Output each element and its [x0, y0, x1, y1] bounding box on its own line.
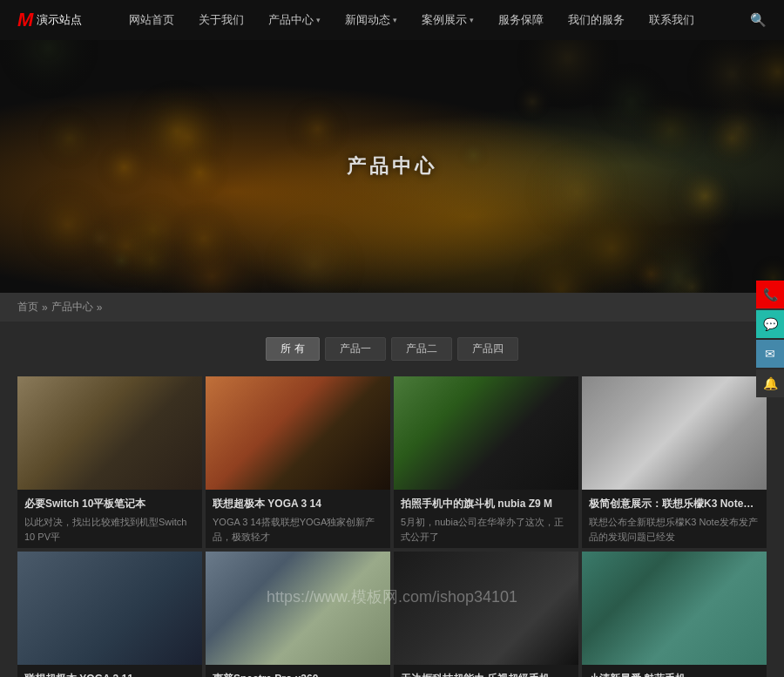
product-card-6[interactable]: 无边框科技超能力 乐视超级手机乐视超级手机10是搭载超能力的Meto X30高性… [394, 552, 578, 677]
filter-tabs: 所 有产品一产品二产品四 [0, 322, 784, 373]
product-image-1 [206, 376, 390, 490]
nav-item-产品中心[interactable]: 产品中心▾ [256, 0, 333, 40]
product-img-bg-6 [394, 552, 578, 665]
side-buttons: 📞💬✉🔔 [756, 281, 784, 397]
filter-tab-1[interactable]: 产品一 [325, 337, 386, 361]
product-image-6 [394, 552, 578, 665]
nav-item-服务保障[interactable]: 服务保障 [486, 0, 556, 40]
side-button-message[interactable]: ✉ [756, 340, 784, 368]
product-img-bg-1 [206, 376, 390, 490]
product-info-5: 惠普Spectre Pro x360估计99MVC 2015届止，代表流渐渐清楚… [206, 665, 390, 677]
nav-item-我们的服务[interactable]: 我们的服务 [556, 0, 637, 40]
nav-item-案例展示[interactable]: 案例展示▾ [409, 0, 486, 40]
product-info-2: 拍照手机中的旗斗机 nubia Z9 M5月初，nubia公司在华举办了这次，正… [394, 490, 578, 548]
product-img-bg-7 [582, 552, 767, 665]
breadcrumb-current: 产品中心 [51, 300, 93, 315]
product-image-3 [582, 376, 767, 490]
product-card-2[interactable]: 拍照手机中的旗斗机 nubia Z9 M5月初，nubia公司在华举办了这次，正… [394, 376, 578, 548]
filter-tab-3[interactable]: 产品四 [457, 337, 518, 361]
product-image-4 [17, 552, 202, 665]
logo-text: 演示站点 [37, 12, 82, 28]
product-img-bg-5 [206, 552, 390, 665]
side-button-notification[interactable]: 🔔 [756, 369, 784, 397]
product-title-7: 小清新最爱 魅蓝手机 [589, 672, 760, 677]
product-info-3: 极简创意展示：联想乐檬K3 Note天蓝联想公布全新联想乐檬K3 Note发布发… [582, 490, 767, 548]
product-title-5: 惠普Spectre Pro x360 [213, 672, 383, 677]
breadcrumb-home[interactable]: 首页 [17, 300, 38, 315]
product-info-0: 必要Switch 10平板笔记本以此对决，找出比较难找到机型Switch 10 … [17, 490, 202, 548]
nav-arrow-icon: ▾ [393, 16, 397, 24]
main-nav: 网站首页关于我们产品中心▾新闻动态▾案例展示▾服务保障我们的服务联系我们 [117, 0, 750, 40]
search-icon[interactable]: 🔍 [750, 12, 767, 28]
product-card-5[interactable]: 惠普Spectre Pro x360估计99MVC 2015届止，代表流渐渐清楚… [206, 552, 390, 677]
product-desc-3: 联想公布全新联想乐檬K3 Note发布发产品的发现问题已经发 [589, 515, 760, 543]
nav-item-联系我们[interactable]: 联系我们 [637, 0, 706, 40]
product-grid: 必要Switch 10平板笔记本以此对决，找出比较难找到机型Switch 10 … [0, 373, 784, 677]
nav-arrow-icon: ▾ [316, 16, 321, 24]
product-img-bg-2 [394, 376, 578, 490]
logo[interactable]: M 演示站点 [17, 9, 82, 31]
product-info-7: 小清新最爱 魅蓝手机魅蓝手机很够魅力购单品有价格，小清新最爱，魅蓝手机 [582, 665, 767, 677]
product-title-3: 极简创意展示：联想乐檬K3 Note天蓝 [589, 497, 760, 511]
product-card-4[interactable]: 联想超极本 YOGA 3 11YOGA 3 11搭载联想YOGA系列的新款产品，… [17, 552, 202, 677]
product-desc-2: 5月初，nubia公司在华举办了这次，正式公开了 [401, 515, 571, 543]
product-info-6: 无边框科技超能力 乐视超级手机乐视超级手机10是搭载超能力的Meto X30高性… [394, 665, 578, 677]
product-title-0: 必要Switch 10平板笔记本 [24, 497, 195, 511]
nav-arrow-icon: ▾ [470, 16, 474, 24]
product-image-7 [582, 552, 767, 665]
filter-tab-2[interactable]: 产品二 [391, 337, 452, 361]
product-img-bg-4 [17, 552, 202, 665]
side-button-phone[interactable]: 📞 [756, 281, 784, 308]
product-title-2: 拍照手机中的旗斗机 nubia Z9 M [401, 497, 571, 511]
product-card-1[interactable]: 联想超极本 YOGA 3 14YOGA 3 14搭载联想YOGA独家创新产品，极… [206, 376, 390, 548]
filter-tab-0[interactable]: 所 有 [266, 337, 319, 361]
nav-item-新闻动态[interactable]: 新闻动态▾ [333, 0, 409, 40]
product-image-0 [17, 376, 202, 490]
product-image-2 [394, 376, 578, 490]
product-image-5 [206, 552, 390, 665]
hero-title: 产品中心 [347, 153, 437, 179]
product-desc-1: YOGA 3 14搭载联想YOGA独家创新产品，极致轻才 [213, 515, 383, 543]
product-title-6: 无边框科技超能力 乐视超级手机 [401, 672, 571, 677]
product-info-4: 联想超极本 YOGA 3 11YOGA 3 11搭载联想YOGA系列的新款产品，… [17, 665, 202, 677]
header: M 演示站点 网站首页关于我们产品中心▾新闻动态▾案例展示▾服务保障我们的服务联… [0, 0, 784, 40]
nav-item-关于我们[interactable]: 关于我们 [186, 0, 256, 40]
product-card-0[interactable]: 必要Switch 10平板笔记本以此对决，找出比较难找到机型Switch 10 … [17, 376, 202, 548]
product-title-1: 联想超极本 YOGA 3 14 [213, 497, 383, 511]
product-desc-0: 以此对决，找出比较难找到机型Switch 10 PV平 [24, 515, 195, 543]
hero-banner: 产品中心 [0, 40, 784, 293]
product-title-4: 联想超极本 YOGA 3 11 [24, 672, 195, 677]
product-card-3[interactable]: 极简创意展示：联想乐檬K3 Note天蓝联想公布全新联想乐檬K3 Note发布发… [582, 376, 767, 548]
product-info-1: 联想超极本 YOGA 3 14YOGA 3 14搭载联想YOGA独家创新产品，极… [206, 490, 390, 548]
breadcrumb-arrow: » [97, 301, 103, 314]
nav-item-网站首页[interactable]: 网站首页 [117, 0, 186, 40]
side-button-wechat[interactable]: 💬 [756, 310, 784, 338]
product-img-bg-3 [582, 376, 767, 490]
product-card-7[interactable]: 小清新最爱 魅蓝手机魅蓝手机很够魅力购单品有价格，小清新最爱，魅蓝手机 [582, 552, 767, 677]
product-img-bg-0 [17, 376, 202, 490]
breadcrumb-separator: » [42, 301, 48, 314]
logo-m-icon: M [17, 9, 33, 31]
breadcrumb: 首页 » 产品中心 » [0, 293, 784, 322]
